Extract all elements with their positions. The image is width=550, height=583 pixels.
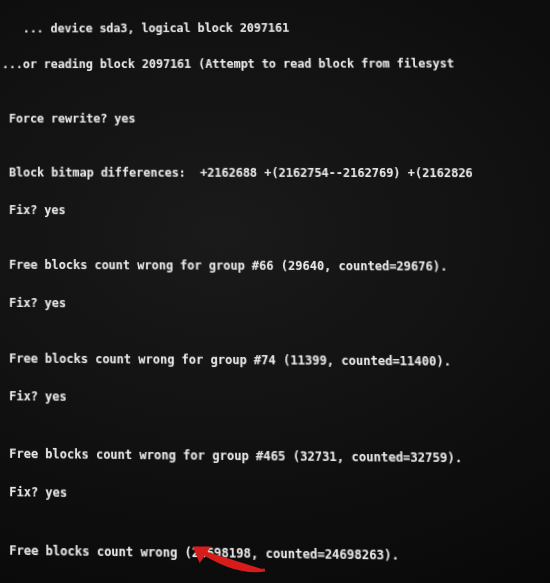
fsck-log-line [2,331,550,334]
fsck-log-line [2,426,550,431]
fsck-log-line [2,522,550,528]
fsck-log-line: ...or reading block 2097161 (Attempt to … [2,54,539,73]
fsck-force-rewrite-prompt: Force rewrite? yes [2,109,542,127]
fsck-fix-prompt: Fix? yes [2,293,550,315]
fsck-free-blocks-group: Free blocks count wrong for group #66 (2… [2,256,549,277]
fsck-log-line [2,238,547,240]
fsck-fix-prompt: Fix? yes [2,483,550,508]
fsck-fix-prompt: Fix? yes [2,387,550,410]
terminal-output: ... device sda3, logical block 2097161 .… [0,0,550,583]
fsck-free-blocks-total: Free blocks count wrong (24698198, count… [2,541,550,568]
fsck-log-line [2,91,540,92]
fsck-fix-prompt: Fix? yes [2,201,546,221]
fsck-free-blocks-group: Free blocks count wrong for group #74 (1… [2,350,550,373]
fsck-log-line: ... device sda3, logical block 2097161 [2,18,538,37]
fsck-block-bitmap-diff: Block bitmap differences: +2162688 +(216… [2,164,545,183]
fsck-free-blocks-group: Free blocks count wrong for group #465 (… [2,445,550,470]
